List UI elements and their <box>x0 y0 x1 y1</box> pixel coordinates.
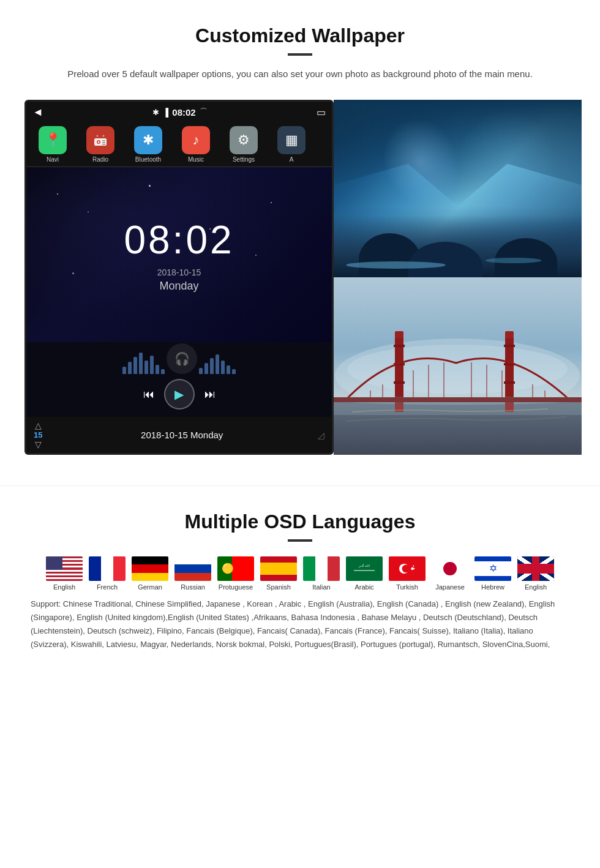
svg-rect-3 <box>102 140 105 141</box>
bar-3 <box>133 357 137 374</box>
car-screen: ◄ ✱ ▐ 08:02 ⌒ ▭ 📍 Navi <box>24 100 334 455</box>
app-settings[interactable]: ⚙ Settings <box>222 126 265 163</box>
flag-label-de: German <box>138 583 162 591</box>
osd-divider <box>288 539 312 542</box>
bar-7 <box>156 365 159 374</box>
status-bar: ◄ ✱ ▐ 08:02 ⌒ ▭ <box>26 102 332 122</box>
support-text: Support: Chinese Traditional, Chinese Si… <box>24 597 576 651</box>
flag-es <box>260 556 297 581</box>
flag-pt <box>217 556 254 581</box>
flag-item-pt: Protuguese <box>214 556 257 591</box>
svg-rect-35 <box>349 558 380 579</box>
app-radio[interactable]: Radio <box>79 126 122 163</box>
flag-item-us: English <box>43 556 86 591</box>
bar-5 <box>144 361 148 374</box>
wallpaper-bridge[interactable] <box>334 277 582 455</box>
window-icon: ▭ <box>317 107 326 118</box>
svg-point-40 <box>402 565 410 573</box>
bar-15 <box>232 369 236 374</box>
flag-item-tr: Turkish <box>386 556 429 591</box>
apps-icon: ▦ <box>277 126 306 154</box>
signal-icon: ▐ <box>163 108 168 117</box>
flag-item-de: German <box>129 556 171 591</box>
ice-cave-content <box>334 100 582 277</box>
status-center-icons: ✱ ▐ 08:02 ⌒ <box>152 107 208 118</box>
svg-rect-20 <box>504 345 515 347</box>
svg-rect-19 <box>505 331 514 339</box>
music-visualizer: 🎧 <box>36 350 322 374</box>
headphone-icon: 🎧 <box>167 343 197 374</box>
flag-fr <box>89 556 126 581</box>
svg-text:الله أكبر: الله أكبر <box>358 563 369 568</box>
flag-label-fr: French <box>97 583 118 591</box>
music-label: Music <box>188 156 204 163</box>
navi-label: Navi <box>47 156 59 163</box>
flag-tr <box>389 556 426 581</box>
flag-item-il: ✡ Hebrew <box>471 556 514 591</box>
osd-title: Multiple OSD Languages <box>24 511 576 533</box>
svg-rect-17 <box>394 381 405 384</box>
app-bluetooth[interactable]: ✱ Bluetooth <box>127 126 170 163</box>
flag-label-il: Hebrew <box>481 583 504 591</box>
wallpaper-grid <box>334 100 582 455</box>
flag-label-it: Italian <box>312 583 330 591</box>
apps-label: A <box>290 156 294 163</box>
flag-item-ru: Russian <box>171 556 214 591</box>
bottom-bar: △ 15 ▽ 2018-10-15 Monday ◿ <box>26 417 332 453</box>
app-extra[interactable]: ▦ A <box>270 126 313 163</box>
corner-minimize-icon[interactable]: ◿ <box>318 430 324 440</box>
flag-label-jp: Japanese <box>435 583 465 591</box>
flag-label-tr: Turkish <box>396 583 418 591</box>
bar-9 <box>199 368 203 374</box>
svg-point-10 <box>347 345 568 394</box>
flag-il: ✡ <box>474 556 511 581</box>
app-navi[interactable]: 📍 Navi <box>31 126 74 163</box>
status-time: 08:02 <box>172 107 195 118</box>
clock-day: Monday <box>159 280 198 293</box>
flag-item-gb: English <box>514 556 557 591</box>
wallpaper-section: Customized Wallpaper Preload over 5 defa… <box>0 0 600 473</box>
flag-sa: الله أكبر <box>346 556 383 581</box>
radio-icon <box>86 126 114 154</box>
bar-1 <box>122 367 126 374</box>
music-controls: ⏮ ▶ ⏭ <box>36 379 322 410</box>
prev-button[interactable]: ⏮ <box>143 388 154 401</box>
flag-label-gb: English <box>525 583 547 591</box>
antenna-icon: ⌒ <box>200 107 208 118</box>
flag-label-es: Spanish <box>266 583 291 591</box>
clock-date: 2018-10-15 <box>157 268 201 277</box>
clock-display: 08:02 <box>124 217 234 263</box>
app-music[interactable]: ♪ Music <box>174 126 217 163</box>
navi-icon: 📍 <box>39 126 67 154</box>
play-button[interactable]: ▶ <box>164 379 195 410</box>
bar-2 <box>128 362 132 374</box>
osd-section: Multiple OSD Languages English French Ge… <box>0 485 600 664</box>
settings-icon: ⚙ <box>230 126 258 154</box>
next-button[interactable]: ⏭ <box>204 388 216 401</box>
svg-rect-5 <box>102 144 105 145</box>
flag-item-es: Spanish <box>257 556 300 591</box>
svg-rect-34 <box>334 397 582 415</box>
flag-us <box>46 556 83 581</box>
star-1 <box>57 193 58 195</box>
wallpaper-ice-cave[interactable] <box>334 100 582 277</box>
flag-item-fr: French <box>86 556 129 591</box>
flag-label-us: English <box>53 583 75 591</box>
svg-rect-22 <box>504 381 515 384</box>
svg-point-6 <box>97 135 99 137</box>
bluetooth-status-icon: ✱ <box>152 108 159 117</box>
wallpaper-description: Preload over 5 default wallpaper options… <box>61 67 539 81</box>
bluetooth-icon: ✱ <box>134 126 162 154</box>
settings-label: Settings <box>233 156 255 163</box>
svg-point-2 <box>98 141 100 143</box>
bar-10 <box>204 363 208 374</box>
music-player: 🎧 ⏮ ▶ ⏭ <box>26 342 332 417</box>
app-icons-row: 📍 Navi <box>26 122 332 167</box>
svg-rect-4 <box>102 142 105 143</box>
volume-up-arrow[interactable]: △ <box>35 421 42 430</box>
back-button[interactable]: ◄ <box>32 106 43 119</box>
svg-rect-14 <box>395 331 403 339</box>
star-6 <box>72 272 74 274</box>
volume-down-arrow[interactable]: ▽ <box>35 440 42 449</box>
svg-rect-15 <box>394 345 405 347</box>
